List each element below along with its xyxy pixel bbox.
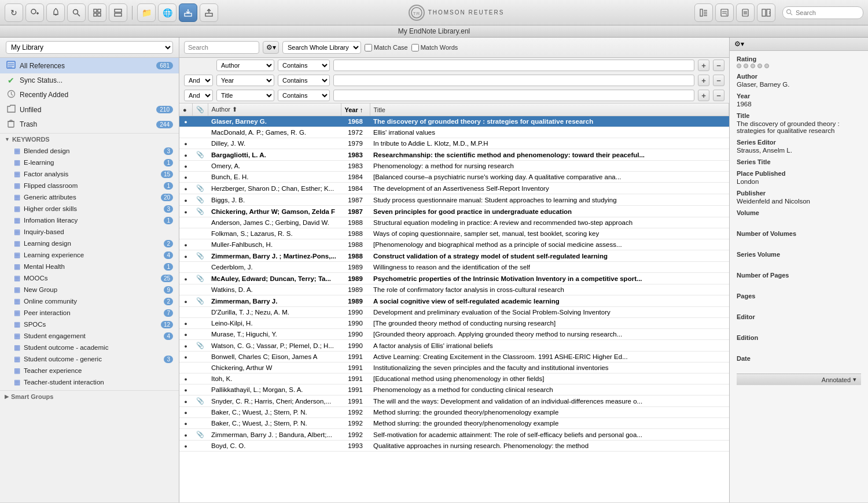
table-row[interactable]: MacDonald, A. P.; Games, R. G. 1972 Elli… [179, 127, 729, 138]
condition-select-2[interactable]: Contains [278, 90, 330, 101]
keyword-item[interactable]: ▦ New Group 9 [0, 284, 179, 295]
keyword-item[interactable]: ▦ Teacher experience [0, 365, 179, 376]
keyword-item[interactable]: ▦ SPOCs 12 [0, 319, 179, 330]
table-row[interactable]: ● 📎 Bargagliotti, L. A. 1983 Researchman… [179, 149, 729, 161]
filter-value-2[interactable] [333, 90, 694, 101]
search-options-button[interactable]: ⚙▾ [263, 41, 279, 54]
keyword-item[interactable]: ▦ Peer interaction 7 [0, 307, 179, 319]
filter-value-0[interactable] [333, 60, 694, 71]
add-reference-button[interactable] [25, 3, 44, 22]
table-row[interactable]: ● 📎 Herzberger, Sharon D.; Chan, Esther;… [179, 183, 729, 194]
table-row[interactable]: ● Baker, C.; Wuest, J.; Stern, P. N. 199… [179, 407, 729, 418]
col-year-header[interactable]: Year ↑ [341, 103, 370, 116]
import-button[interactable] [179, 3, 197, 22]
table-row[interactable]: Watkins, D. A. 1989 The role of confirma… [179, 284, 729, 295]
table-row[interactable]: Anderson, James C.; Gerbing, David W. 19… [179, 217, 729, 228]
filter-value-1[interactable] [333, 75, 694, 86]
smart-groups-section-header[interactable]: ▶ Smart Groups [0, 390, 179, 402]
keyword-item[interactable]: ▦ Teacher-student interaction [0, 376, 179, 388]
remove-filter-button-0[interactable]: − [713, 60, 724, 71]
rating-dot-3[interactable] [757, 64, 762, 68]
add-filter-button-0[interactable]: + [698, 60, 709, 71]
table-row[interactable]: ● 📎 Zimmerman, Barry J. ; Bandura, Alber… [179, 429, 729, 441]
keyword-item[interactable]: ▦ Infomation literacy 1 [0, 214, 179, 226]
table-row[interactable]: Cederblom, J. 1989 Willingness to reason… [179, 262, 729, 273]
table-row[interactable]: ● 📎 McAuley, Edward; Duncan, Terry; Ta..… [179, 273, 729, 284]
rating-dot-1[interactable] [744, 64, 748, 68]
table-row[interactable]: ● Murase, T.; Higuchi, Y. 1990 [Grounded… [179, 329, 729, 340]
table-row[interactable]: ● Itoh, K. 1991 [Educational method usin… [179, 373, 729, 384]
table-row[interactable]: D'Zurilla, T. J.; Nezu, A. M. 1990 Devel… [179, 307, 729, 318]
sidebar-item-all-references[interactable]: All References 681 [0, 58, 179, 73]
add-filter-button-1[interactable]: + [698, 75, 709, 86]
sidebar-item-trash[interactable]: Trash 244 [0, 117, 179, 132]
col-author-header[interactable]: Author ⬆ [208, 103, 341, 116]
keyword-item[interactable]: ▦ MOOCs 25 [0, 272, 179, 284]
remove-filter-button-1[interactable]: − [713, 75, 724, 86]
table-row[interactable]: ● Glaser, Barney G. 1968 The discovery o… [179, 116, 729, 127]
add-filter-button-2[interactable]: + [698, 90, 709, 101]
match-words-label[interactable]: Match Words [411, 44, 458, 51]
tab-group-button[interactable] [109, 3, 127, 22]
table-row[interactable]: Chickering, Arthur W 1991 Institutionali… [179, 363, 729, 373]
keyword-item[interactable]: ▦ Student outcome - generic 3 [0, 353, 179, 365]
table-row[interactable]: ● 📎 Snyder, C. R.; Harris, Cheri; Anders… [179, 395, 729, 407]
notes-button[interactable] [715, 3, 734, 22]
new-folder-button[interactable]: 📁 [137, 3, 156, 22]
table-row[interactable]: ● Muller-Fahlbusch, H. 1988 [Phenomenolo… [179, 239, 729, 250]
table-row[interactable]: ● 📎 Biggs, J. B. 1987 Study process ques… [179, 194, 729, 206]
conjunction-select-1[interactable]: And [184, 75, 213, 86]
col-dot-header[interactable]: ● [179, 103, 192, 116]
table-row[interactable]: ● 📎 Chickering, Arthur W; Gamson, Zelda … [179, 206, 729, 217]
ref-view-button[interactable] [694, 3, 713, 22]
sidebar-item-unfiled[interactable]: Unfiled 210 [0, 102, 179, 117]
rating-dot-0[interactable] [737, 64, 741, 68]
keyword-item[interactable]: ▦ Learning design 2 [0, 238, 179, 249]
table-row[interactable]: ● Boyd, C. O. 1993 Qualitative approache… [179, 441, 729, 452]
keyword-item[interactable]: ▦ Blended design 3 [0, 145, 179, 157]
col-title-header[interactable]: Title [370, 103, 729, 116]
field-select-2[interactable]: Title [216, 90, 274, 101]
match-words-checkbox[interactable] [411, 44, 419, 51]
keyword-item[interactable]: ▦ Learning experience 4 [0, 249, 179, 261]
keyword-item[interactable]: ▦ Online community 2 [0, 295, 179, 307]
keywords-section-header[interactable]: ▼ KEYWORDS [0, 133, 179, 145]
notifications-button[interactable] [46, 3, 65, 22]
online-search-button[interactable]: 🌐 [158, 3, 176, 22]
sidebar-item-recently-added[interactable]: Recently Added [0, 87, 179, 102]
table-row[interactable]: ● 📎 Watson, C. G.; Vassar, P.; Plemel, D… [179, 340, 729, 352]
keyword-item[interactable]: ▦ Mental Health 1 [0, 261, 179, 272]
groups-button[interactable] [88, 3, 106, 22]
keyword-item[interactable]: ▦ Flipped classroom 1 [0, 180, 179, 191]
field-select-0[interactable]: Author [216, 60, 274, 71]
search-input[interactable] [184, 41, 259, 54]
keyword-item[interactable]: ▦ E-learning 1 [0, 157, 179, 168]
right-panel-gear-button[interactable]: ⚙▾ [734, 40, 744, 48]
table-row[interactable]: ● Bunch, E. H. 1984 [Balanced course–a p… [179, 172, 729, 183]
keyword-item[interactable]: ▦ Generic attributes 20 [0, 191, 179, 203]
rating-dot-4[interactable] [764, 64, 769, 68]
table-row[interactable]: Folkman, S.; Lazarus, R. S. 1988 Ways of… [179, 228, 729, 239]
sidebar-item-sync-status[interactable]: ✔ Sync Status... [0, 73, 179, 87]
remove-filter-button-2[interactable]: − [713, 90, 724, 101]
rating-dots[interactable] [737, 64, 861, 68]
pdf-button[interactable] [736, 3, 755, 22]
keyword-item[interactable]: ▦ Student outcome - academic [0, 342, 179, 353]
keyword-item[interactable]: ▦ Factor analysis 15 [0, 168, 179, 180]
search-scope-dropdown[interactable]: Search Whole Library [282, 41, 361, 54]
table-row[interactable]: ● Dilley, J. W. 1979 In tribute to Addie… [179, 138, 729, 149]
rating-dot-2[interactable] [751, 64, 755, 68]
table-row[interactable]: ● Baker, C.; Wuest, J.; Stern, P. N. 199… [179, 418, 729, 429]
find-button[interactable] [67, 3, 86, 22]
match-case-label[interactable]: Match Case [365, 44, 408, 51]
table-row[interactable]: ● Leino-Kilpi, H. 1990 [The grounded the… [179, 318, 729, 329]
field-select-1[interactable]: Year [216, 75, 274, 86]
conjunction-select-2[interactable]: And [184, 90, 213, 101]
match-case-checkbox[interactable] [365, 44, 372, 51]
sync-button[interactable]: ↻ [5, 3, 23, 22]
toolbar-search-input[interactable] [782, 6, 863, 19]
condition-select-1[interactable]: Contains [278, 75, 330, 86]
condition-select-0[interactable]: Contains [278, 60, 330, 71]
table-row[interactable]: ● Bonwell, Charles C; Eison, James A 199… [179, 352, 729, 363]
col-clip-header[interactable]: 📎 [192, 103, 208, 116]
